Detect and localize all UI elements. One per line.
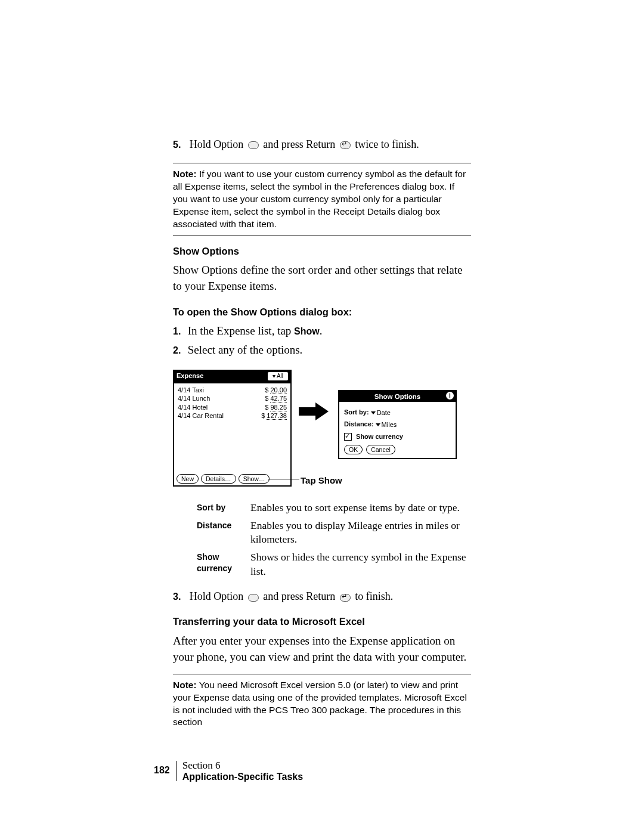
def-row: Distance Enables you to display Mileage … <box>197 519 471 547</box>
sortby-row: Sort by: Date <box>344 408 451 417</box>
step-text-pre: Hold Option <box>190 590 246 602</box>
note-block: Note: If you want to use your custom cur… <box>173 168 471 231</box>
sortby-label: Sort by: <box>344 408 369 416</box>
page-number: 182 <box>154 765 170 775</box>
palm-list: 4/14 Taxi$ 20.00 4/14 Lunch$ 42.75 4/14 … <box>174 383 290 422</box>
checkbox-icon[interactable] <box>344 433 352 441</box>
definition-list: Sort by Enables you to sort expense item… <box>197 501 471 578</box>
new-button[interactable]: New <box>177 474 199 484</box>
option-key-icon <box>248 141 259 149</box>
step-text-post: twice to finish. <box>355 138 419 150</box>
distance-label: Distance: <box>344 420 374 428</box>
step-text-pre: Hold Option <box>190 138 246 150</box>
distance-dropdown[interactable]: Miles <box>376 420 397 429</box>
step-bold: Show <box>294 326 320 336</box>
palm-titlebar: Expense ▾ All <box>174 371 290 381</box>
step-5: 5. Hold Option and press Return twice to… <box>173 137 471 152</box>
info-icon[interactable]: i <box>446 392 454 400</box>
step-number: 1. <box>173 324 185 338</box>
palm-filter-dropdown[interactable]: ▾ All <box>268 372 288 380</box>
note-label: Note: <box>173 680 197 690</box>
return-key-icon <box>340 141 351 149</box>
show-options-dialog: Show Options i Sort by: Date Distance: M… <box>338 390 457 459</box>
def-desc: Enables you to display Mileage entries i… <box>250 519 471 547</box>
cancel-button[interactable]: Cancel <box>366 445 395 454</box>
step-2: 2. Select any of the options. <box>173 342 471 358</box>
chevron-down-icon <box>371 411 376 414</box>
def-term: Distance <box>197 519 250 547</box>
section-label: Section 6 <box>182 760 303 772</box>
step-number: 5. <box>173 140 181 150</box>
step-text-post: to finish. <box>355 590 393 602</box>
def-term: Show currency <box>197 550 250 578</box>
divider <box>173 236 471 236</box>
sortby-dropdown[interactable]: Date <box>371 408 391 417</box>
step-number: 3. <box>173 592 181 602</box>
heading-transferring: Transferring your data to Microsoft Exce… <box>173 615 471 628</box>
show-currency-label: Show currency <box>356 433 403 440</box>
def-desc: Enables you to sort expense items by dat… <box>250 501 471 515</box>
section-topic: Application-Specific Tasks <box>182 772 303 782</box>
step-text: In the Expense list, tap <box>188 324 294 337</box>
def-desc: Shows or hides the currency symbol in th… <box>250 550 471 578</box>
heading-show-options: Show Options <box>173 244 471 258</box>
heading-open-dialog: To open the Show Options dialog box: <box>173 305 471 319</box>
divider <box>173 163 471 163</box>
note-block: Note: You need Microsoft Excel version 5… <box>173 679 471 729</box>
step-1: 1. In the Expense list, tap Show. <box>173 323 471 339</box>
step-3: 3. Hold Option and press Return to finis… <box>173 589 471 604</box>
details-button[interactable]: Details… <box>201 474 236 484</box>
dialog-title: Show Options i <box>339 391 456 402</box>
divider <box>173 674 471 674</box>
ok-button[interactable]: OK <box>344 445 363 454</box>
divider <box>176 761 177 781</box>
step-text: Select any of the options. <box>188 343 303 356</box>
step-text-mid: and press Return <box>263 138 338 150</box>
arrow-icon <box>299 402 329 425</box>
note-text: You need Microsoft Excel version 5.0 (or… <box>173 680 467 727</box>
callout-line <box>268 479 299 479</box>
svg-marker-0 <box>299 402 329 420</box>
page-footer: 182 Section 6 Application-Specific Tasks <box>154 760 303 782</box>
def-row: Sort by Enables you to sort expense item… <box>197 501 471 515</box>
step-text-mid: and press Return <box>263 590 338 602</box>
palm-expense-screen: Expense ▾ All 4/14 Taxi$ 20.00 4/14 Lunc… <box>173 370 292 487</box>
list-item[interactable]: 4/14 Car Rental$ 127.38 <box>178 411 287 420</box>
show-button[interactable]: Show… <box>239 474 270 484</box>
option-key-icon <box>248 594 259 602</box>
show-currency-row[interactable]: Show currency <box>344 432 451 441</box>
tap-show-label: Tap Show <box>301 474 342 487</box>
body-transferring: After you enter your expenses into the E… <box>173 633 471 665</box>
step-text-post: . <box>320 324 323 337</box>
note-label: Note: <box>173 169 197 179</box>
step-number: 2. <box>173 343 185 357</box>
chevron-down-icon <box>376 423 380 426</box>
return-key-icon <box>340 594 351 602</box>
list-item[interactable]: 4/14 Hotel$ 98.25 <box>178 403 287 411</box>
def-term: Sort by <box>197 501 250 515</box>
list-item[interactable]: 4/14 Taxi$ 20.00 <box>178 386 287 394</box>
distance-row: Distance: Miles <box>344 420 451 429</box>
palm-title: Expense <box>177 371 203 380</box>
def-row: Show currency Shows or hides the currenc… <box>197 550 471 578</box>
note-text: If you want to use your custom currency … <box>173 169 466 229</box>
body-show-options: Show Options define the sort order and o… <box>173 262 471 295</box>
figure: Expense ▾ All 4/14 Taxi$ 20.00 4/14 Lunc… <box>173 370 471 487</box>
list-item[interactable]: 4/14 Lunch$ 42.75 <box>178 394 287 402</box>
